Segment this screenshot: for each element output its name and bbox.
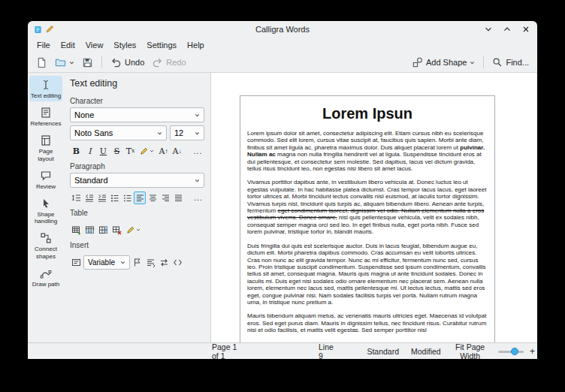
tab-connect-shapes[interactable]: Connect shapes xyxy=(29,229,62,261)
redo-button[interactable]: Redo xyxy=(148,55,189,71)
insert-frame-button[interactable] xyxy=(70,256,83,270)
font-family-combo[interactable]: Noto Sans xyxy=(70,125,167,140)
draw-path-icon xyxy=(40,267,52,279)
tab-label: Shape handling xyxy=(30,211,62,225)
numbered-list-button[interactable] xyxy=(121,191,133,204)
find-button[interactable]: Find... xyxy=(488,55,533,70)
document-paragraph[interactable]: Lorem ipsum dolor sit amet, consectetur … xyxy=(247,130,488,172)
document-title[interactable]: Lorem Ipsun xyxy=(247,105,488,122)
tab-shape-handling[interactable]: Shape handling xyxy=(29,194,62,227)
align-justify-button[interactable] xyxy=(172,191,184,204)
connect-shapes-icon xyxy=(40,232,52,244)
zoom-slider[interactable] xyxy=(498,346,524,357)
superscript-button[interactable]: Tx xyxy=(124,144,137,158)
document-body[interactable]: Lorem ipsum dolor sit amet, consectetur … xyxy=(247,130,488,334)
character-style-combo[interactable]: None xyxy=(70,107,204,122)
italic-button[interactable]: I xyxy=(83,144,96,158)
menu-file[interactable]: File xyxy=(32,39,56,51)
chevron-down-icon xyxy=(136,228,140,232)
undo-label: Undo xyxy=(125,58,144,67)
zoom-mode-button[interactable]: Fit Page Width xyxy=(450,342,491,360)
delete-table-button[interactable] xyxy=(110,223,123,237)
menubar: File Edit View Styles Settings Help xyxy=(28,38,537,53)
align-right-button[interactable] xyxy=(159,191,171,204)
document-canvas[interactable]: Lorem Ipsun Lorem ipsum dolor sit amet, … xyxy=(211,73,537,342)
paragraph-more-button[interactable]: ... xyxy=(192,191,204,204)
chevron-down-icon xyxy=(470,60,475,65)
tab-page-layout[interactable]: Page layout xyxy=(29,131,62,164)
page-indicator: Page 1 of 1 xyxy=(212,342,243,360)
tool-tabbar: Text editing References Page layout Revi… xyxy=(28,73,64,342)
font-size-combo[interactable]: 12 xyxy=(170,125,204,140)
insert-column-button[interactable] xyxy=(97,223,110,237)
toolbar-right-group: Add Shape Find... xyxy=(409,55,533,70)
menu-help[interactable]: Help xyxy=(182,39,210,51)
redo-icon xyxy=(152,57,163,68)
menu-styles[interactable]: Styles xyxy=(108,39,141,51)
line-spacing-button[interactable] xyxy=(70,191,82,204)
swap-arrows-button[interactable] xyxy=(158,256,171,270)
character-more-button[interactable]: ... xyxy=(192,144,204,158)
tab-text-editing[interactable]: Text editing xyxy=(29,76,62,101)
zoom-slider-handle[interactable] xyxy=(511,348,518,355)
insert-table-button[interactable] xyxy=(70,223,83,237)
save-button[interactable] xyxy=(78,55,97,71)
style-indicator: Standard xyxy=(367,347,399,356)
font-size-value: 12 xyxy=(174,128,192,137)
find-label: Find... xyxy=(506,58,529,67)
grow-font-button[interactable]: A↑ xyxy=(157,144,170,158)
pen-icon xyxy=(126,225,135,234)
save-icon xyxy=(82,57,93,68)
bullet-list-button[interactable] xyxy=(108,191,120,204)
index-entry-button[interactable] xyxy=(144,256,157,270)
tab-references[interactable]: References xyxy=(29,104,62,129)
panel-title: Text editing xyxy=(70,78,204,89)
underline-button[interactable]: U xyxy=(97,144,110,158)
chevron-down-icon xyxy=(157,131,162,136)
align-left-button[interactable] xyxy=(134,191,146,204)
menu-settings[interactable]: Settings xyxy=(141,39,182,51)
minimize-button[interactable] xyxy=(483,24,494,35)
text-run: Duis fringilla dui quis est scelerisque … xyxy=(247,243,485,306)
tab-draw-path[interactable]: Draw path xyxy=(29,264,62,290)
zoom-in-button[interactable]: + xyxy=(527,346,537,357)
text-editing-icon xyxy=(40,79,52,91)
menu-edit[interactable]: Edit xyxy=(56,39,80,51)
bookmark-button[interactable] xyxy=(131,256,144,270)
align-center-button[interactable] xyxy=(147,191,159,204)
undo-button[interactable]: Undo xyxy=(107,55,148,71)
document-paragraph[interactable]: Duis fringilla dui quis est scelerisque … xyxy=(247,243,488,306)
document-paragraph[interactable]: Mauris bibendum aliquam metus, ac venena… xyxy=(247,312,488,333)
tab-review[interactable]: Review xyxy=(29,167,62,192)
menu-view[interactable]: View xyxy=(80,39,109,51)
increase-indent-button[interactable] xyxy=(95,191,107,204)
text-run: Mauris bibendum aliquam metus, ac venena… xyxy=(247,312,486,333)
line-indicator: Line 9 xyxy=(319,342,335,360)
close-button[interactable] xyxy=(521,24,531,35)
shrink-font-button[interactable]: A↓ xyxy=(171,144,183,158)
table-section-label: Table xyxy=(70,209,204,217)
new-document-button[interactable] xyxy=(32,55,51,71)
variable-combo[interactable]: Variable xyxy=(83,255,130,270)
font-family-value: Noto Sans xyxy=(74,128,154,137)
insert-row-button[interactable] xyxy=(83,223,96,237)
text-run: magna non nulla fringilla hendrerit vel … xyxy=(247,151,482,172)
add-shape-button[interactable]: Add Shape xyxy=(409,55,479,70)
document-paragraph[interactable]: Vivamus porttitor dapibus ante, in vesti… xyxy=(247,179,488,235)
text-color-button[interactable] xyxy=(137,144,156,158)
variable-value: Variable xyxy=(88,258,117,267)
paragraph-section-label: Paragraph xyxy=(70,162,204,170)
paragraph-style-combo[interactable]: Standard xyxy=(70,173,204,188)
open-document-button[interactable] xyxy=(51,55,78,71)
code-brackets-button[interactable] xyxy=(171,256,184,270)
maximize-button[interactable] xyxy=(502,24,512,35)
tab-label: Text editing xyxy=(31,92,61,99)
strikethrough-button[interactable]: S xyxy=(110,144,123,158)
tab-label: Page layout xyxy=(30,148,62,161)
toolbar: Undo Redo Add Shape xyxy=(28,53,537,73)
table-border-pen-button[interactable] xyxy=(124,223,143,237)
decrease-indent-button[interactable] xyxy=(83,191,95,204)
bold-button[interactable]: B xyxy=(70,144,83,158)
open-folder-icon xyxy=(55,57,66,68)
document-page[interactable]: Lorem Ipsun Lorem ipsum dolor sit amet, … xyxy=(240,95,495,342)
